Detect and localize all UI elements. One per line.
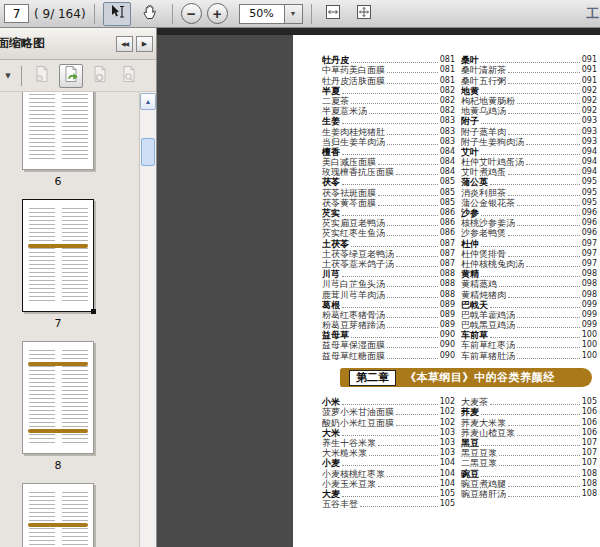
toc-entry[interactable]: 蒲公英 095 (461, 177, 597, 187)
toc-entry[interactable]: 葛根 089 (322, 300, 455, 310)
zoom-dropdown-button[interactable]: ▼ (285, 4, 303, 24)
toc-entry[interactable]: 小米 102 (322, 397, 455, 407)
page-thumbnail[interactable]: 6 (22, 92, 94, 189)
toc-entry[interactable]: 黑豆 107 (461, 438, 597, 448)
page-thumbnail[interactable]: 8 (22, 341, 94, 473)
toc-entry[interactable]: 牡丹皮活肤面膜 081 (322, 75, 455, 85)
toc-entry[interactable]: 土茯苓 087 (322, 238, 455, 248)
toc-entry[interactable]: 杜仲煲排骨 097 (461, 249, 597, 259)
toc-entry[interactable]: 巴戟羊藿鸡汤 099 (461, 310, 597, 320)
toc-entry[interactable]: 蒲公金银花茶 095 (461, 198, 597, 208)
toc-entry[interactable]: 附子蒸羊肉 093 (461, 126, 597, 136)
toc-entry[interactable]: 酸奶小米红豆面膜 102 (322, 417, 455, 427)
toc-entry[interactable]: 小麦玉米豆浆 104 (322, 479, 455, 489)
toc-entry[interactable]: 粉葛豆芽猪蹄汤 089 (322, 320, 455, 330)
toc-entry[interactable]: 益母草 090 (322, 330, 455, 340)
toc-entry[interactable]: 生姜肉桂炖猪肚 083 (322, 126, 455, 136)
toc-entry[interactable]: 粉葛红枣猪骨汤 089 (322, 310, 455, 320)
selection-handle[interactable] (91, 309, 96, 314)
page-thumbnail[interactable]: 7 (22, 199, 94, 331)
toc-entry[interactable]: 车前草猪肚汤 100 (461, 350, 597, 360)
scrollbar-up-button[interactable]: ▲ (140, 93, 156, 110)
hand-tool-button[interactable] (136, 2, 164, 26)
toc-entry[interactable]: 玫瑰檀香抗压面膜 084 (322, 167, 455, 177)
toc-entry[interactable]: 巴戟黑豆鸡汤 099 (461, 320, 597, 330)
toc-entry[interactable]: 豌豆 108 (461, 468, 597, 478)
toc-entry[interactable]: 茯苓 085 (322, 177, 455, 187)
thumbnail-page-image[interactable] (22, 341, 94, 454)
page-number-input[interactable] (4, 4, 29, 23)
toc-entry[interactable]: 荞麦 106 (461, 407, 597, 417)
toc-entry[interactable]: 黄精炖猪肉 098 (461, 289, 597, 299)
toc-entry[interactable]: 中草药美白面膜 081 (322, 65, 455, 75)
toc-entry[interactable]: 地黄乌鸡汤 092 (461, 106, 597, 116)
toc-entry[interactable]: 核桃沙参姜汤 096 (461, 218, 597, 228)
toc-entry[interactable]: 土茯苓绿豆老鸭汤 087 (322, 249, 455, 259)
toc-entry[interactable]: 益母草保湿面膜 090 (322, 340, 455, 350)
toc-entry[interactable]: 桑叶清新茶 091 (461, 65, 597, 75)
toc-entry[interactable]: 生姜 083 (322, 116, 455, 126)
toc-entry[interactable]: 附子生姜狗肉汤 093 (461, 137, 597, 147)
toc-entry[interactable]: 小麦 104 (322, 458, 455, 468)
toc-entry[interactable]: 芡实红枣生鱼汤 086 (322, 228, 455, 238)
toc-entry[interactable]: 黑豆豆浆 107 (461, 448, 597, 458)
toc-entry[interactable]: 艾叶煮鸡蛋 094 (461, 167, 597, 177)
toc-entry[interactable]: 茯苓祛斑面膜 085 (322, 187, 455, 197)
fit-page-button[interactable] (351, 2, 377, 26)
toc-entry[interactable]: 车前草 100 (461, 330, 597, 340)
toc-entry[interactable]: 益母草红糖面膜 090 (322, 350, 455, 360)
zoom-level-box[interactable]: 50% (239, 4, 285, 24)
toc-entry[interactable]: 大米糙米浆 103 (322, 448, 455, 458)
thumbnail-page-image[interactable] (22, 483, 94, 547)
toc-entry[interactable]: 地黄 092 (461, 86, 597, 96)
sidebar-scrollbar[interactable]: ▲ (139, 92, 156, 547)
toc-entry[interactable]: 川芎白芷鱼头汤 088 (322, 279, 455, 289)
fit-width-button[interactable] (320, 2, 346, 26)
rotate-page-button[interactable] (59, 64, 83, 88)
toc-entry[interactable]: 五谷丰登 105 (322, 499, 455, 509)
toc-entry[interactable]: 消炎利胆茶 095 (461, 187, 597, 197)
toc-entry[interactable]: 巴戟天 099 (461, 300, 597, 310)
toc-entry[interactable]: 菠萝小米甘油面膜 102 (322, 407, 455, 417)
panel-forward-button[interactable]: ▶ (136, 36, 153, 52)
zoom-in-button[interactable]: + (207, 3, 228, 24)
toc-entry[interactable]: 土茯苓薏米鸽子汤 087 (322, 259, 455, 269)
toc-entry[interactable]: 芡实 086 (322, 208, 455, 218)
toc-entry[interactable]: 沙参 096 (461, 208, 597, 218)
toc-entry[interactable]: 大麦 105 (322, 489, 455, 499)
select-text-tool-button[interactable] (103, 2, 131, 26)
toc-entry[interactable]: 黄精蒸鸡 098 (461, 279, 597, 289)
toc-entry[interactable]: 半夏薏米汤 082 (322, 106, 455, 116)
zoom-out-button[interactable]: − (181, 3, 202, 24)
toc-entry[interactable]: 杜仲 097 (461, 238, 597, 248)
toc-entry[interactable]: 杜仲艾叶鸡蛋汤 094 (461, 157, 597, 167)
toc-entry[interactable]: 附子 093 (461, 116, 597, 126)
toc-entry[interactable]: 美白减压面膜 084 (322, 157, 455, 167)
thumbnail-page-image[interactable] (22, 199, 94, 312)
page-thumbnail[interactable] (22, 483, 94, 547)
toc-entry[interactable]: 枸杞地黄肠粉 092 (461, 96, 597, 106)
toc-entry[interactable]: 养生十谷米浆 103 (322, 438, 455, 448)
toc-entry[interactable]: 沙参老鸭煲 096 (461, 228, 597, 238)
toc-entry[interactable]: 豌豆煮鸡腿 108 (461, 479, 597, 489)
tools-menu-label[interactable]: 工 (586, 5, 599, 23)
toc-entry[interactable]: 黄精 098 (461, 269, 597, 279)
options-caret-icon[interactable]: ▼ (3, 72, 13, 80)
toc-entry[interactable]: 半夏 082 (322, 86, 455, 96)
panel-back-button[interactable]: ◀◀ (116, 36, 133, 52)
toc-entry[interactable]: 豌豆猪肝汤 108 (461, 489, 597, 499)
delete-page-button[interactable] (30, 64, 54, 88)
toc-entry[interactable]: 当归生姜羊肉汤 083 (322, 137, 455, 147)
toc-entry[interactable]: 川芎 088 (322, 269, 455, 279)
toc-entry[interactable]: 大米 103 (322, 428, 455, 438)
toc-entry[interactable]: 二夏茶 082 (322, 96, 455, 106)
extract-page-button[interactable] (117, 64, 141, 88)
toc-entry[interactable]: 车前草红枣汤 100 (461, 340, 597, 350)
toc-entry[interactable]: 二黑豆浆 107 (461, 458, 597, 468)
thumbnail-page-image[interactable] (22, 92, 94, 170)
toc-entry[interactable]: 荞麦山楂豆浆 106 (461, 428, 597, 438)
toc-entry[interactable]: 茯苓黄芩面膜 085 (322, 198, 455, 208)
toc-entry[interactable]: 荞麦大米浆 106 (461, 417, 597, 427)
toc-entry[interactable]: 芡实扁豆老鸭汤 086 (322, 218, 455, 228)
toc-entry[interactable]: 小麦核桃红枣浆 104 (322, 468, 455, 478)
